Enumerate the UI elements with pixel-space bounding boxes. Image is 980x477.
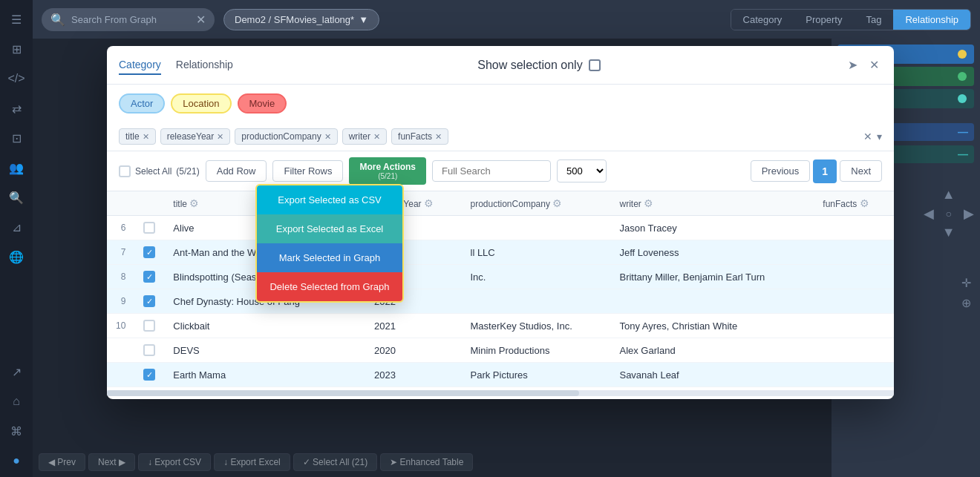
filter-clear-all[interactable]: ✕ xyxy=(863,131,872,142)
sidebar-export-icon[interactable]: ↗ xyxy=(3,358,30,385)
row-checkbox-8[interactable]: ✓ xyxy=(143,271,155,283)
filter-tag-release-year-remove[interactable]: ✕ xyxy=(217,132,223,142)
more-actions-button[interactable]: More Actions (5/21) xyxy=(349,157,426,185)
nav-up-arrow[interactable]: ▲ xyxy=(942,187,956,203)
sidebar-people-icon[interactable]: 👥 xyxy=(3,154,30,181)
select-all-checkbox[interactable] xyxy=(119,165,131,177)
modal-tab-relationship[interactable]: Relationship xyxy=(176,56,233,75)
project-selector[interactable]: Demo2 / SFMovies_latlong* ▼ xyxy=(223,9,379,30)
sidebar-home-icon[interactable]: ⌂ xyxy=(3,388,30,415)
nav-right-arrow[interactable]: ▶ xyxy=(964,205,974,222)
sidebar-menu-icon[interactable]: ☰ xyxy=(3,6,30,33)
cell-year-earth: 2023 xyxy=(365,363,462,387)
sidebar-arrow-icon[interactable]: ⇄ xyxy=(3,95,30,122)
mark-selected-item[interactable]: Mark Selected in Graph xyxy=(257,243,402,272)
cell-facts-6 xyxy=(814,216,894,240)
sidebar-command-icon[interactable]: ⌘ xyxy=(3,418,30,444)
row-checkbox-7[interactable]: ✓ xyxy=(143,246,155,258)
page-size-select[interactable]: 500 100 250 1000 xyxy=(557,159,607,182)
filter-tag-fun-facts-remove[interactable]: ✕ xyxy=(435,132,442,142)
nav-center-circle[interactable]: ○ xyxy=(946,208,952,220)
modal-overlay[interactable]: Category Relationship Show selection onl… xyxy=(33,39,832,477)
filter-tag-title[interactable]: title ✕ xyxy=(119,128,156,145)
row-checkbox-devs[interactable] xyxy=(143,344,155,356)
select-all-container: Select All (5/21) xyxy=(119,165,200,177)
fun-facts-col-settings[interactable]: ⚙ xyxy=(860,197,869,209)
main-modal: Category Relationship Show selection onl… xyxy=(107,46,894,399)
cell-writer-6: Jason Tracey xyxy=(610,216,814,240)
cell-facts-8 xyxy=(814,265,894,289)
cell-writer-8: Brittany Miller, Benjamin Earl Turn xyxy=(610,265,814,289)
filter-tag-release-year[interactable]: releaseYear ✕ xyxy=(160,128,231,145)
filter-tag-title-remove[interactable]: ✕ xyxy=(143,132,149,142)
sidebar-tree-icon[interactable]: 🌐 xyxy=(3,243,30,270)
tab-property[interactable]: Property xyxy=(794,10,854,30)
pills-row: Actor Location Movie xyxy=(107,85,894,122)
col-header-writer: writer ⚙ xyxy=(610,191,814,216)
sidebar-grid-icon[interactable]: ⊡ xyxy=(3,125,30,151)
search-clear-icon[interactable]: ✕ xyxy=(196,13,206,27)
search-box[interactable]: 🔍 ✕ xyxy=(42,8,215,31)
project-dropdown-icon: ▼ xyxy=(359,14,368,25)
writer-col-settings[interactable]: ⚙ xyxy=(644,197,653,209)
export-csv-item[interactable]: Export Selected as CSV xyxy=(257,185,402,214)
search-input[interactable] xyxy=(71,14,190,25)
select-all-label: Select All xyxy=(135,166,172,177)
cell-writer-earth: Savanah Leaf xyxy=(610,363,814,387)
add-row-button[interactable]: Add Row xyxy=(206,160,267,182)
filter-tag-writer-remove[interactable]: ✕ xyxy=(373,132,380,142)
pagination: Previous 1 Next xyxy=(751,159,882,183)
tab-relationship[interactable]: Relationship xyxy=(893,10,970,30)
tab-category[interactable]: Category xyxy=(731,10,794,30)
top-tab-group: Category Property Tag Relationship xyxy=(731,9,971,30)
release-year-col-settings[interactable]: ⚙ xyxy=(424,197,434,209)
sidebar-code-icon[interactable]: </> xyxy=(3,65,30,92)
modal-close-button[interactable]: ✕ xyxy=(866,55,882,75)
cell-facts-10 xyxy=(814,314,894,338)
cell-facts-9 xyxy=(814,289,894,314)
filter-tag-production-company[interactable]: productionCompany ✕ xyxy=(235,128,337,145)
tab-tag[interactable]: Tag xyxy=(854,10,893,30)
nav-down-arrow[interactable]: ▼ xyxy=(942,225,956,240)
row-checkbox-10[interactable] xyxy=(143,320,155,332)
full-search-input[interactable] xyxy=(432,160,551,182)
cell-company-devs: Minim Productions xyxy=(462,338,611,363)
production-col-settings[interactable]: ⚙ xyxy=(552,197,562,209)
sidebar-search-icon[interactable]: 🔍 xyxy=(3,184,30,211)
filter-tag-production-company-remove[interactable]: ✕ xyxy=(324,132,331,142)
export-excel-item[interactable]: Export Selected as Excel xyxy=(257,214,402,243)
previous-button[interactable]: Previous xyxy=(751,160,811,182)
filter-rows-button[interactable]: Filter Rows xyxy=(272,160,343,182)
sidebar-user-avatar[interactable]: ● xyxy=(3,447,30,474)
row-checkbox-9[interactable]: ✓ xyxy=(143,295,155,307)
horizontal-scrollbar[interactable] xyxy=(107,390,894,396)
pill-location[interactable]: Location xyxy=(171,93,231,114)
title-col-settings[interactable]: ⚙ xyxy=(189,197,199,209)
delete-selected-item[interactable]: Delete Selected from Graph xyxy=(257,272,402,301)
pill-movie[interactable]: Movie xyxy=(238,93,287,114)
modal-send-icon[interactable]: ➤ xyxy=(845,55,860,75)
next-button[interactable]: Next xyxy=(840,160,882,182)
sidebar-filter-icon[interactable]: ⊿ xyxy=(3,214,30,240)
table-row: 9 ✓ Chef Dynasty: House of Fang 2022 xyxy=(107,289,894,314)
modal-title-area: Show selection only xyxy=(477,59,600,72)
table-row: 10 Clickbait 2021 MasterKey Studios, Inc… xyxy=(107,314,894,338)
zoom-move-icon[interactable]: ✛ xyxy=(961,276,971,290)
cell-title-10: Clickbait xyxy=(164,314,365,338)
filter-tag-fun-facts[interactable]: funFacts ✕ xyxy=(391,128,448,145)
cell-company-6 xyxy=(462,216,611,240)
filter-expand-icon[interactable]: ▾ xyxy=(877,131,882,142)
row-checkbox-6[interactable] xyxy=(143,222,155,234)
row-number-6: 6 xyxy=(107,216,134,240)
pill-actor[interactable]: Actor xyxy=(119,93,165,114)
sidebar-layers-icon[interactable]: ⊞ xyxy=(3,36,30,62)
scrollbar-thumb xyxy=(107,390,579,396)
row-number-8: 8 xyxy=(107,265,134,289)
zoom-out-icon[interactable]: ⊕ xyxy=(961,296,971,310)
modal-tab-category[interactable]: Category xyxy=(119,56,161,75)
cell-year-10: 2021 xyxy=(365,314,462,338)
show-selection-checkbox[interactable] xyxy=(589,59,601,71)
filter-tag-writer[interactable]: writer ✕ xyxy=(342,128,387,145)
row-checkbox-earth[interactable]: ✓ xyxy=(143,369,155,381)
nav-left-arrow[interactable]: ◀ xyxy=(924,205,934,222)
